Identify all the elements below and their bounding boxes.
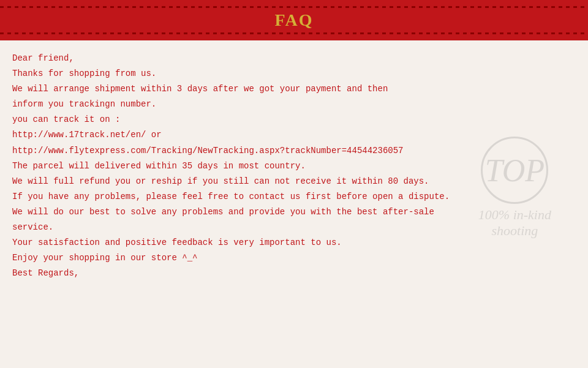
line11: We will do our best to solve any problem… — [12, 205, 576, 219]
line4: inform you trackingn number. — [12, 97, 576, 111]
line10: If you have any problems, please feel fr… — [12, 190, 576, 204]
line14: Enjoy your shopping in our store ^_^ — [12, 251, 576, 265]
line6: http://www.17track.net/en/ or — [12, 128, 576, 142]
content-area: Dear friend, Thanks for shopping from us… — [0, 40, 588, 288]
line2: Thanks for shopping from us. — [12, 67, 576, 81]
header: FAQ — [0, 0, 588, 40]
line1: Dear friend, — [12, 51, 576, 66]
line5: you can track it on : — [12, 113, 576, 127]
page-container: FAQ Dear friend, Thanks for shopping fro… — [0, 0, 588, 368]
line15: Best Regards, — [12, 266, 576, 280]
line3: We will arrange shipment within 3 days a… — [12, 82, 576, 96]
line9: We will full refund you or reship if you… — [12, 175, 576, 189]
line13: Your satisfaction and positive feedback … — [12, 236, 576, 250]
line12: service. — [12, 220, 576, 235]
faq-title: FAQ — [0, 8, 588, 32]
line8: The parcel will delivered within 35 days… — [12, 159, 576, 173]
line7: http://www.flytexpress.com/Tracking/NewT… — [12, 144, 576, 158]
